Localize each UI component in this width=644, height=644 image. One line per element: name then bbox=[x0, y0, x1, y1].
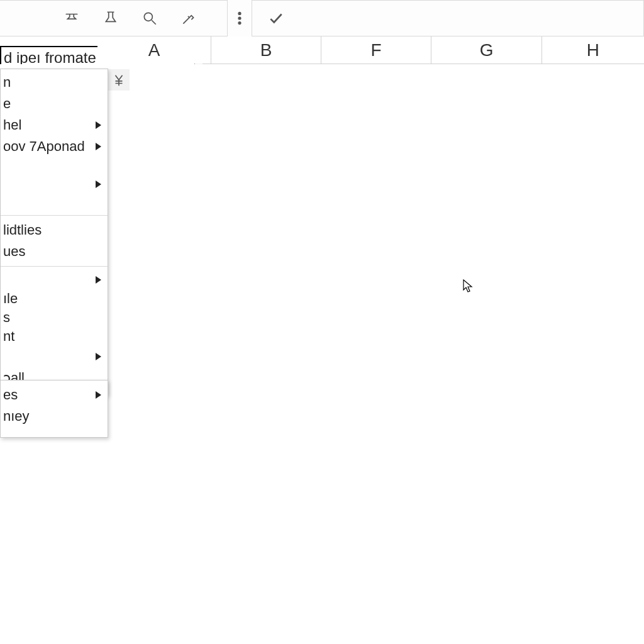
menu-item[interactable]: oov 7Aponad bbox=[1, 136, 108, 157]
submenu-arrow-icon bbox=[96, 121, 101, 129]
eyedropper-icon[interactable] bbox=[180, 9, 197, 27]
toolbar bbox=[0, 0, 644, 36]
more-vertical-icon bbox=[231, 9, 248, 27]
menu-item[interactable] bbox=[1, 270, 108, 289]
column-header-row: A B F G H bbox=[0, 36, 644, 64]
menu-item[interactable]: nıey bbox=[1, 406, 108, 427]
menu-item-label: s bbox=[3, 309, 10, 326]
col-header-a[interactable]: A bbox=[97, 36, 211, 64]
yen-icon[interactable] bbox=[108, 69, 130, 91]
svg-point-2 bbox=[238, 17, 240, 19]
menu-item[interactable]: s bbox=[1, 308, 108, 327]
filter-icon[interactable] bbox=[63, 9, 80, 27]
menu-item-label: ıle bbox=[3, 291, 18, 307]
menu-item-label: hel bbox=[3, 117, 21, 133]
menu-separator bbox=[1, 266, 108, 267]
submenu-arrow-icon bbox=[96, 276, 101, 284]
context-menu-secondary: es nıey bbox=[0, 380, 108, 438]
menu-item[interactable]: ıle bbox=[1, 289, 108, 308]
menu-item[interactable]: n bbox=[1, 72, 108, 93]
menu-item[interactable] bbox=[1, 174, 108, 195]
menu-item[interactable]: ues bbox=[1, 241, 108, 262]
col-header-h[interactable]: H bbox=[542, 36, 644, 64]
formula-bar[interactable] bbox=[252, 0, 644, 36]
submenu-arrow-icon bbox=[96, 180, 101, 188]
menu-item[interactable]: e bbox=[1, 93, 108, 114]
highlight-icon[interactable] bbox=[102, 9, 119, 27]
svg-point-1 bbox=[238, 13, 240, 14]
menu-item[interactable]: nt bbox=[1, 327, 108, 346]
menu-item-label: nt bbox=[3, 328, 14, 345]
menu-item[interactable]: es bbox=[1, 384, 108, 406]
check-icon[interactable] bbox=[267, 9, 285, 27]
toolbar-group-left bbox=[0, 0, 228, 36]
menu-item-label: es bbox=[3, 387, 18, 403]
menu-item-label: lidtlies bbox=[3, 222, 42, 238]
search-icon[interactable] bbox=[141, 9, 158, 27]
context-menu: n e hel oov 7Aponad lidtlies ues ıle s n… bbox=[0, 69, 108, 396]
menu-item[interactable] bbox=[1, 346, 108, 367]
menu-item-label: e bbox=[3, 96, 11, 112]
menu-item[interactable]: lidtlies bbox=[1, 219, 108, 241]
col-header-f[interactable]: F bbox=[321, 36, 432, 64]
menu-item-label: ues bbox=[3, 243, 25, 260]
menu-item-label: oov 7Aponad bbox=[3, 138, 85, 155]
svg-point-0 bbox=[144, 13, 152, 21]
menu-item-label: n bbox=[3, 74, 11, 91]
menu-item[interactable]: hel bbox=[1, 114, 108, 136]
submenu-arrow-icon bbox=[96, 353, 101, 360]
col-header-b[interactable]: B bbox=[211, 36, 321, 64]
submenu-arrow-icon bbox=[96, 391, 101, 399]
toolbar-overflow[interactable] bbox=[228, 0, 252, 36]
col-header-g[interactable]: G bbox=[431, 36, 542, 64]
svg-point-3 bbox=[238, 22, 240, 24]
submenu-arrow-icon bbox=[96, 143, 101, 150]
menu-item-label: nıey bbox=[3, 408, 30, 425]
menu-separator bbox=[1, 215, 108, 216]
